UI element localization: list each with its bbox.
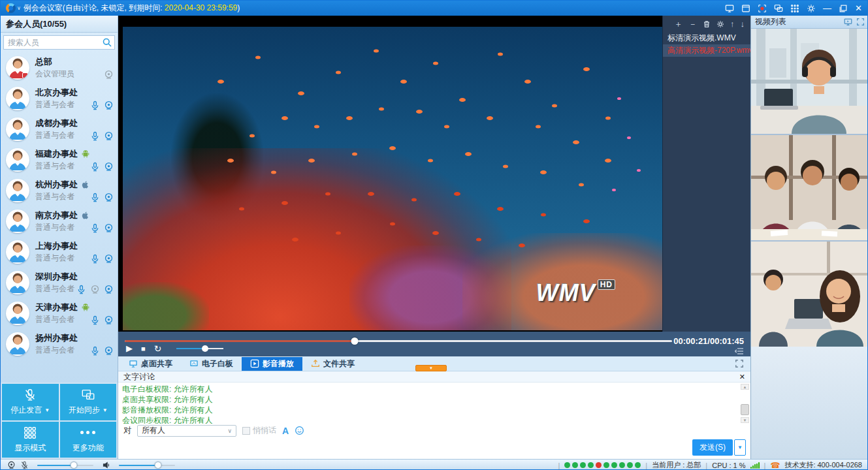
scrollbar-thumb[interactable] [741, 404, 749, 415]
scroll-up-icon[interactable]: ▲ [741, 384, 749, 390]
speaker-icon[interactable] [102, 461, 110, 469]
support-label: 技术支持: 400-004-0268 [784, 460, 862, 470]
camera-icon[interactable] [104, 285, 114, 294]
mic-icon[interactable] [90, 315, 100, 325]
speaker-volume-handle[interactable] [155, 462, 162, 469]
minimize-button[interactable]: — [823, 4, 831, 13]
app-logo-icon[interactable] [6, 3, 16, 13]
video-thumbnail-3[interactable] [751, 242, 868, 347]
camera-icon[interactable] [104, 346, 114, 356]
send-button[interactable]: 发送(S) [692, 439, 733, 456]
mic-icon[interactable] [90, 346, 100, 356]
mic-icon[interactable] [90, 101, 100, 110]
record-icon[interactable] [758, 4, 767, 13]
mic-muted-status-icon[interactable] [20, 461, 29, 469]
display-mode-button[interactable]: 显示模式 [2, 422, 59, 458]
emoji-icon[interactable] [295, 426, 304, 435]
layout-grid-icon[interactable] [790, 4, 799, 13]
mic-muted-icon [23, 388, 37, 402]
move-up-button[interactable]: ↑ [730, 20, 735, 28]
participant-row[interactable]: 上海办事处 普通与会者 [1, 237, 118, 268]
camera-icon[interactable] [104, 315, 114, 325]
progress-bar[interactable] [125, 340, 672, 342]
font-style-icon[interactable]: A [282, 426, 289, 436]
start-sync-button[interactable]: 开始同步▼ [60, 384, 117, 420]
mic-icon[interactable] [90, 223, 100, 233]
mic-icon[interactable] [90, 162, 100, 172]
participant-row[interactable]: 杭州办事处 普通与会者 [1, 176, 118, 206]
more-functions-button[interactable]: 更多功能 [60, 422, 117, 458]
stop-button[interactable]: ■ [141, 344, 146, 353]
trash-icon[interactable] [703, 20, 711, 28]
playing-video-frame[interactable]: WMVHD [123, 27, 662, 330]
remove-media-button[interactable]: － [688, 20, 697, 28]
app-menu-chevron-icon[interactable]: ∨ [17, 5, 21, 11]
chat-toolbar: 对 所有人 ∨ 悄悄话 A [118, 424, 750, 437]
camera-disabled-icon[interactable] [90, 285, 100, 294]
tab-whiteboard[interactable]: 电子白板 [181, 357, 242, 371]
progress-handle[interactable] [351, 337, 358, 345]
speaker-volume-slider[interactable] [119, 465, 175, 466]
search-icon[interactable] [102, 37, 112, 48]
participant-row[interactable]: 福建办事处 普通与会者 [1, 145, 118, 176]
tab-file-share[interactable]: 文件共享 [302, 357, 363, 371]
camera-icon[interactable] [104, 101, 114, 110]
mic-icon[interactable] [90, 254, 100, 264]
play-button[interactable]: ▶ [126, 344, 133, 353]
add-media-button[interactable]: ＋ [674, 20, 683, 28]
camera-icon[interactable] [104, 131, 114, 141]
participant-row[interactable]: 南京办事处 普通与会者 [1, 206, 118, 237]
scroll-down-icon[interactable]: ▼ [741, 417, 749, 423]
participant-row[interactable]: 成都办事处 普通与会者 [1, 114, 118, 145]
playlist-item[interactable]: 标清演示视频.WMV [663, 32, 750, 44]
participant-row[interactable]: 天津办事处 普通与会者 [1, 298, 118, 329]
whisper-checkbox[interactable] [242, 427, 250, 435]
camera-icon[interactable] [104, 193, 114, 202]
screen-share-icon[interactable] [725, 4, 734, 13]
move-down-button[interactable]: ↓ [741, 20, 745, 28]
participant-row[interactable]: 总部 会议管理员 [1, 53, 118, 84]
send-options-caret[interactable]: ▼ [734, 439, 746, 456]
playlist-toggle-icon[interactable] [735, 347, 744, 355]
chat-collapse-handle[interactable]: ▼ [415, 365, 447, 371]
stop-speaking-button[interactable]: 停止发言▼ [2, 384, 59, 420]
close-button[interactable]: ✕ [855, 4, 862, 13]
camera-icon[interactable] [104, 223, 114, 233]
chat-close-icon[interactable]: ✕ [739, 373, 745, 381]
tab-media-playback[interactable]: 影音播放 [242, 357, 302, 371]
volume-slider[interactable] [176, 348, 223, 349]
participant-row[interactable]: 北京办事处 普通与会者 [1, 84, 118, 114]
camera-icon[interactable] [104, 162, 114, 172]
webcam-status-icon[interactable] [7, 461, 16, 469]
recipient-select[interactable]: 所有人 ∨ [137, 425, 236, 437]
mic-icon[interactable] [90, 193, 100, 202]
playlist-settings-icon[interactable] [716, 20, 724, 28]
sync-screens-icon[interactable] [774, 4, 783, 13]
playlist-item-selected[interactable]: 高清演示视频-720P.wmv 删除 [663, 44, 750, 57]
avatar [6, 148, 29, 172]
tab-desktop-share[interactable]: 桌面共享 [120, 357, 181, 371]
volume-handle[interactable] [202, 345, 208, 352]
chat-scrollbar[interactable]: ▲ ▼ [741, 384, 749, 423]
mic-icon[interactable] [90, 131, 100, 141]
expand-icon[interactable] [856, 18, 865, 26]
camera-icon[interactable] [104, 254, 114, 264]
whiteboard-window-icon[interactable] [741, 4, 750, 13]
search-input[interactable] [3, 35, 115, 50]
feature-tab-bar: 桌面共享 电子白板 影音播放 文件共享 ▼ [118, 356, 750, 371]
chat-input[interactable] [120, 439, 705, 458]
mic-icon[interactable] [76, 285, 86, 294]
participant-role: 普通与会者 [35, 191, 74, 202]
maximize-button[interactable] [839, 4, 848, 13]
participant-row[interactable]: 扬州办事处 普通与会者 [1, 329, 118, 360]
mic-volume-handle[interactable] [70, 462, 77, 469]
video-thumbnail-2[interactable] [751, 135, 868, 240]
settings-gear-icon[interactable] [807, 4, 816, 13]
replay-button[interactable]: ↻ [154, 344, 162, 353]
participant-row[interactable]: 深圳办事处 普通与会者 [1, 268, 118, 298]
fullscreen-icon[interactable] [735, 359, 744, 368]
camera-disabled-icon[interactable] [104, 70, 114, 80]
video-monitor-icon[interactable] [844, 18, 852, 26]
mic-volume-slider[interactable] [37, 465, 93, 466]
video-thumbnail-1[interactable] [751, 29, 868, 134]
